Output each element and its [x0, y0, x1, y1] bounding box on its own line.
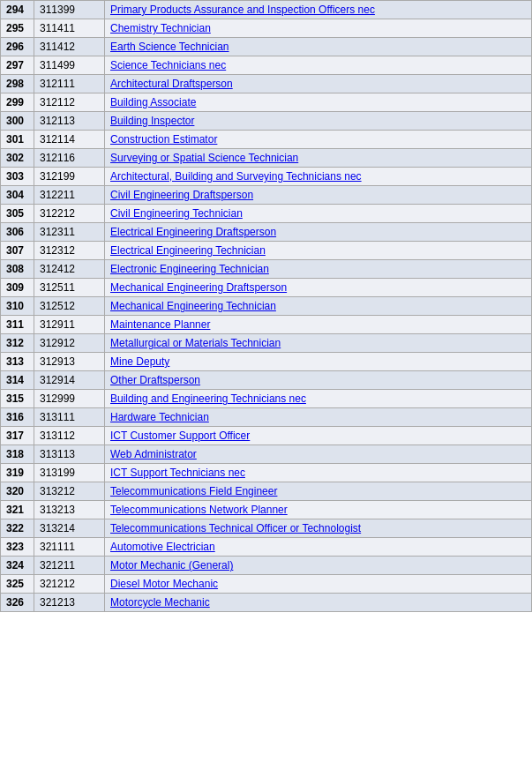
occupation-name[interactable]: Telecommunications Network Planner [105, 501, 532, 519]
row-number: 298 [1, 75, 34, 93]
row-number: 306 [1, 223, 34, 242]
row-number: 314 [1, 371, 34, 390]
occupation-name[interactable]: Automotive Electrician [105, 538, 532, 557]
occupation-name[interactable]: Hardware Technician [105, 408, 532, 427]
occupation-code: 312211 [34, 186, 105, 205]
table-row: 295311411Chemistry Technician [1, 19, 532, 38]
occupation-code: 321212 [34, 575, 105, 594]
table-row: 300312113Building Inspector [1, 112, 532, 131]
row-number: 297 [1, 56, 34, 75]
occupation-name[interactable]: Building and Engineering Technicians nec [105, 390, 532, 408]
table-row: 307312312Electrical Engineering Technici… [1, 242, 532, 260]
occupation-name[interactable]: Mechanical Engineering Technician [105, 297, 532, 316]
occupation-name[interactable]: Electronic Engineering Technician [105, 260, 532, 279]
occupation-code: 312199 [34, 168, 105, 186]
occupation-name[interactable]: Primary Products Assurance and Inspectio… [105, 1, 532, 19]
row-number: 302 [1, 149, 34, 168]
occupation-name[interactable]: Building Inspector [105, 112, 532, 131]
occupation-name[interactable]: Surveying or Spatial Science Technician [105, 149, 532, 168]
occupation-code: 312113 [34, 112, 105, 131]
occupation-name[interactable]: Diesel Motor Mechanic [105, 575, 532, 594]
row-number: 316 [1, 408, 34, 427]
row-number: 309 [1, 279, 34, 297]
occupation-name[interactable]: Construction Estimator [105, 131, 532, 149]
table-row: 309312511Mechanical Engineering Draftspe… [1, 279, 532, 297]
occupation-code: 313111 [34, 408, 105, 427]
occupation-code: 321111 [34, 538, 105, 557]
occupation-name[interactable]: Web Administrator [105, 445, 532, 464]
table-row: 317313112ICT Customer Support Officer [1, 427, 532, 445]
occupation-code: 312212 [34, 205, 105, 223]
occupation-name[interactable]: Civil Engineering Draftsperson [105, 186, 532, 205]
occupation-name[interactable]: Science Technicians nec [105, 56, 532, 75]
row-number: 319 [1, 464, 34, 482]
occupation-code: 312511 [34, 279, 105, 297]
table-row: 303312199Architectural, Building and Sur… [1, 168, 532, 186]
table-row: 314312914Other Draftsperson [1, 371, 532, 390]
occupation-code: 311412 [34, 38, 105, 56]
row-number: 295 [1, 19, 34, 38]
table-row: 322313214Telecommunications Technical Of… [1, 519, 532, 538]
occupation-code: 312512 [34, 297, 105, 316]
table-row: 315312999Building and Engineering Techni… [1, 390, 532, 408]
table-row: 296311412Earth Science Technician [1, 38, 532, 56]
row-number: 323 [1, 538, 34, 557]
row-number: 304 [1, 186, 34, 205]
table-row: 313312913Mine Deputy [1, 353, 532, 371]
occupation-name[interactable]: Mechanical Engineering Draftsperson [105, 279, 532, 297]
occupation-code: 321211 [34, 557, 105, 575]
table-row: 320313212Telecommunications Field Engine… [1, 482, 532, 501]
table-row: 297311499Science Technicians nec [1, 56, 532, 75]
occupation-name[interactable]: Motor Mechanic (General) [105, 557, 532, 575]
row-number: 299 [1, 93, 34, 112]
occupation-code: 312311 [34, 223, 105, 242]
table-row: 324321211Motor Mechanic (General) [1, 557, 532, 575]
table-row: 299312112Building Associate [1, 93, 532, 112]
occupation-name[interactable]: Other Draftsperson [105, 371, 532, 390]
occupation-name[interactable]: Maintenance Planner [105, 316, 532, 334]
row-number: 318 [1, 445, 34, 464]
row-number: 312 [1, 334, 34, 353]
table-row: 302312116Surveying or Spatial Science Te… [1, 149, 532, 168]
occupation-name[interactable]: Earth Science Technician [105, 38, 532, 56]
row-number: 317 [1, 427, 34, 445]
occupation-name[interactable]: Telecommunications Technical Officer or … [105, 519, 532, 538]
table-row: 306312311Electrical Engineering Draftspe… [1, 223, 532, 242]
row-number: 315 [1, 390, 34, 408]
occupation-code: 313212 [34, 482, 105, 501]
table-row: 308312412Electronic Engineering Technici… [1, 260, 532, 279]
table-row: 304312211Civil Engineering Draftsperson [1, 186, 532, 205]
occupation-name[interactable]: Motorcycle Mechanic [105, 594, 532, 612]
table-row: 323321111Automotive Electrician [1, 538, 532, 557]
occupation-name[interactable]: Telecommunications Field Engineer [105, 482, 532, 501]
occupation-code: 311499 [34, 56, 105, 75]
occupation-name[interactable]: Metallurgical or Materials Technician [105, 334, 532, 353]
occupation-code: 312911 [34, 316, 105, 334]
occupation-name[interactable]: Chemistry Technician [105, 19, 532, 38]
occupation-name[interactable]: ICT Customer Support Officer [105, 427, 532, 445]
occupation-code: 312111 [34, 75, 105, 93]
occupation-code: 313199 [34, 464, 105, 482]
occupation-code: 312312 [34, 242, 105, 260]
occupation-name[interactable]: Electrical Engineering Draftsperson [105, 223, 532, 242]
table-row: 294311399Primary Products Assurance and … [1, 1, 532, 19]
row-number: 300 [1, 112, 34, 131]
row-number: 311 [1, 316, 34, 334]
occupation-code: 312999 [34, 390, 105, 408]
occupation-name[interactable]: ICT Support Technicians nec [105, 464, 532, 482]
occupation-name[interactable]: Mine Deputy [105, 353, 532, 371]
main-table: 294311399Primary Products Assurance and … [0, 0, 532, 612]
occupation-name[interactable]: Architectural, Building and Surveying Te… [105, 168, 532, 186]
occupation-name[interactable]: Building Associate [105, 93, 532, 112]
table-row: 325321212Diesel Motor Mechanic [1, 575, 532, 594]
occupation-code: 321213 [34, 594, 105, 612]
row-number: 296 [1, 38, 34, 56]
occupation-code: 313113 [34, 445, 105, 464]
row-number: 326 [1, 594, 34, 612]
occupation-name[interactable]: Electrical Engineering Technician [105, 242, 532, 260]
row-number: 303 [1, 168, 34, 186]
table-row: 305312212Civil Engineering Technician [1, 205, 532, 223]
occupation-name[interactable]: Civil Engineering Technician [105, 205, 532, 223]
row-number: 324 [1, 557, 34, 575]
occupation-name[interactable]: Architectural Draftsperson [105, 75, 532, 93]
